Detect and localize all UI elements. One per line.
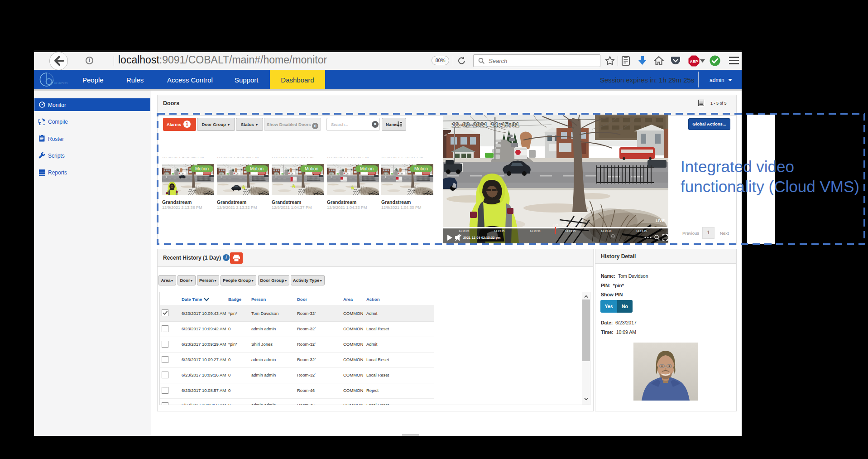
svg-text:14:13:35: 14:13:35 — [565, 230, 576, 232]
svg-text:14:13:45: 14:13:45 — [636, 230, 647, 232]
svg-text:2021-12-09 02:13:32 pm: 2021-12-09 02:13:32 pm — [463, 236, 501, 240]
svg-text:ue access: ue access — [54, 82, 68, 85]
svg-text:ABP: ABP — [690, 59, 698, 64]
svg-text:14:13:40: 14:13:40 — [601, 230, 612, 232]
svg-text:12-09-2021 14:15:31: 12-09-2021 14:15:31 — [452, 122, 519, 129]
svg-text:14:13:30: 14:13:30 — [530, 230, 541, 232]
svg-text:LIVE: LIVE — [656, 218, 665, 223]
svg-text:··| vs. Thu 9 Dec 2021: ··| vs. Thu 9 Dec 2021 — [551, 223, 584, 227]
svg-text:14:13:20: 14:13:20 — [459, 230, 470, 232]
svg-text:14:13:25: 14:13:25 — [494, 230, 505, 232]
